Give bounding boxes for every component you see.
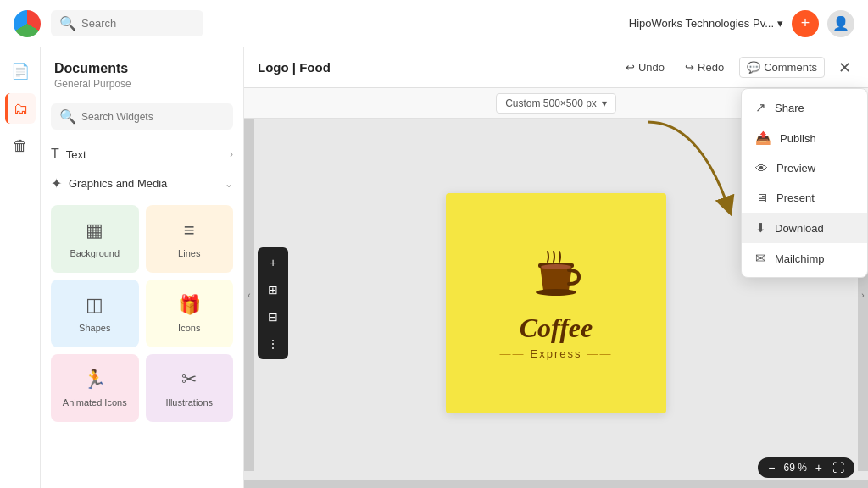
text-icon: T xyxy=(51,147,59,162)
lines-icon: ≡ xyxy=(184,219,195,241)
icons-icon: 🎁 xyxy=(178,294,201,316)
search-input[interactable] xyxy=(81,17,192,30)
menu-present-label: Present xyxy=(776,191,815,204)
app-logo[interactable] xyxy=(14,10,41,37)
widget-lines-label: Lines xyxy=(178,248,200,258)
redo-icon: ↪ xyxy=(685,61,694,74)
widget-background[interactable]: ▦ Background xyxy=(51,205,139,273)
search-icon: 🔍 xyxy=(59,15,76,31)
scrollbar-horizontal[interactable] xyxy=(244,480,868,488)
comments-icon: 💬 xyxy=(747,61,760,74)
coffee-title: Coffee xyxy=(520,313,593,344)
dash-left: —— xyxy=(500,347,526,360)
widget-animated-icons[interactable]: 🏃 Animated Icons xyxy=(51,354,139,422)
workspace-name: HipoWorks Technologies Pv... ▾ xyxy=(629,17,783,30)
sidebar-search[interactable]: 🔍 xyxy=(51,103,233,130)
icon-rail: 📄 🗂 🗑 xyxy=(0,47,41,488)
zoom-out-button[interactable]: − xyxy=(766,461,776,474)
sidebar-search-icon: 🔍 xyxy=(59,108,76,125)
menu-item-preview[interactable]: 👁 Preview xyxy=(742,153,867,183)
topbar-right: HipoWorks Technologies Pv... ▾ + 👤 xyxy=(629,10,854,37)
sidebar-item-text[interactable]: T Text › xyxy=(41,140,243,169)
search-bar[interactable]: 🔍 xyxy=(51,10,203,36)
zoom-in-button[interactable]: + xyxy=(814,461,824,474)
publish-icon: 📤 xyxy=(755,130,771,146)
widget-illustrations-label: Illustrations xyxy=(165,397,213,408)
widget-animated-label: Animated Icons xyxy=(63,397,127,408)
sidebar-item-graphics-label: Graphics and Media xyxy=(69,177,167,190)
chevron-down-icon: ▾ xyxy=(602,97,607,109)
redo-button[interactable]: ↪ Redo xyxy=(680,58,729,77)
user-avatar[interactable]: 👤 xyxy=(827,10,854,37)
chevron-down-icon: ⌄ xyxy=(225,178,233,190)
graphics-icon: ✦ xyxy=(51,175,62,191)
rail-page-icon[interactable]: 📄 xyxy=(5,56,36,86)
main-layout: 📄 🗂 🗑 Documents General Purpose 🔍 T Text… xyxy=(0,47,868,488)
animated-icons-icon: 🏃 xyxy=(83,369,106,391)
widget-icons-label: Icons xyxy=(178,323,200,333)
zoom-expand-button[interactable]: ⛶ xyxy=(831,461,846,474)
undo-icon: ↩ xyxy=(626,61,635,74)
sidebar-header: Documents General Purpose xyxy=(41,47,243,103)
side-tools: + ⊞ ⊟ ⋮ xyxy=(258,247,288,359)
menu-item-mailchimp[interactable]: ✉ Mailchimp xyxy=(742,243,867,274)
rail-trash-icon[interactable]: 🗑 xyxy=(5,130,36,161)
menu-mailchimp-label: Mailchimp xyxy=(775,252,825,265)
chevron-down-icon: ▾ xyxy=(777,17,783,30)
menu-share-label: Share xyxy=(775,102,804,114)
menu-item-present[interactable]: 🖥 Present xyxy=(742,183,867,213)
menu-preview-label: Preview xyxy=(776,162,815,175)
zoom-bar: − 69 % + ⛶ xyxy=(758,458,854,478)
widget-shapes-label: Shapes xyxy=(79,323,110,333)
menu-download-label: Download xyxy=(775,222,824,235)
sidebar-item-graphics[interactable]: ✦ Graphics and Media ⌄ xyxy=(41,169,243,198)
canvas-area: Logo | Food ↩ Undo ↪ Redo 💬 Comments ✕ xyxy=(244,47,868,488)
grid-tool-button[interactable]: ⊟ xyxy=(261,305,285,329)
svg-point-1 xyxy=(541,264,571,269)
download-icon: ⬇ xyxy=(755,220,766,236)
dots-tool-button[interactable]: ⋮ xyxy=(261,332,285,356)
coffee-cup-svg xyxy=(526,247,586,306)
present-icon: 🖥 xyxy=(755,191,768,205)
sidebar-item-text-label: Text xyxy=(66,148,86,161)
dash-right: —— xyxy=(587,347,612,360)
widget-background-label: Background xyxy=(70,248,120,258)
menu-item-share[interactable]: ↗ Share xyxy=(742,92,867,123)
widget-lines[interactable]: ≡ Lines xyxy=(146,205,234,273)
preview-icon: 👁 xyxy=(755,161,768,175)
close-button[interactable]: ✕ xyxy=(835,55,854,80)
frame-tool-button[interactable]: ⊞ xyxy=(261,278,285,302)
illustrations-icon: ✂ xyxy=(181,369,197,391)
scroll-left[interactable]: ‹ xyxy=(244,119,254,471)
undo-button[interactable]: ↩ Undo xyxy=(620,58,670,77)
sidebar-search-input[interactable] xyxy=(81,111,225,123)
menu-item-publish[interactable]: 📤 Publish xyxy=(742,123,867,153)
sidebar-title: Documents xyxy=(54,61,230,76)
background-icon: ▦ xyxy=(86,219,103,241)
widget-grid: ▦ Background ≡ Lines ◫ Shapes 🎁 Icons 🏃 … xyxy=(41,198,243,429)
topbar: 🔍 HipoWorks Technologies Pv... ▾ + 👤 xyxy=(0,0,868,47)
menu-item-download[interactable]: ⬇ Download xyxy=(742,213,867,243)
size-label: Custom 500×500 px xyxy=(505,97,597,109)
canvas-toolbar: Logo | Food ↩ Undo ↪ Redo 💬 Comments ✕ xyxy=(244,47,868,88)
widget-shapes[interactable]: ◫ Shapes xyxy=(51,280,139,347)
sidebar: Documents General Purpose 🔍 T Text › ✦ G… xyxy=(41,47,244,488)
canvas-card: Coffee —— Express —— xyxy=(446,193,666,413)
canvas-title: Logo | Food xyxy=(258,60,331,75)
add-tool-button[interactable]: + xyxy=(261,251,285,274)
comments-button[interactable]: 💬 Comments xyxy=(739,57,825,78)
mailchimp-icon: ✉ xyxy=(755,251,766,266)
menu-publish-label: Publish xyxy=(780,132,816,145)
coffee-subtitle: —— Express —— xyxy=(500,347,613,360)
add-button[interactable]: + xyxy=(792,10,819,37)
shapes-icon: ◫ xyxy=(86,294,103,316)
toolbar-right: ↩ Undo ↪ Redo 💬 Comments ✕ xyxy=(620,55,854,80)
size-selector[interactable]: Custom 500×500 px ▾ xyxy=(496,93,616,114)
widget-icons[interactable]: 🎁 Icons xyxy=(146,280,234,347)
zoom-percentage: 69 % xyxy=(783,462,806,474)
svg-point-2 xyxy=(536,289,576,296)
widget-illustrations[interactable]: ✂ Illustrations xyxy=(146,354,234,422)
sidebar-subtitle: General Purpose xyxy=(54,78,230,90)
dropdown-menu: ↗ Share 📤 Publish 👁 Preview 🖥 Present ⬇ xyxy=(741,88,868,278)
rail-layers-icon[interactable]: 🗂 xyxy=(5,93,36,124)
